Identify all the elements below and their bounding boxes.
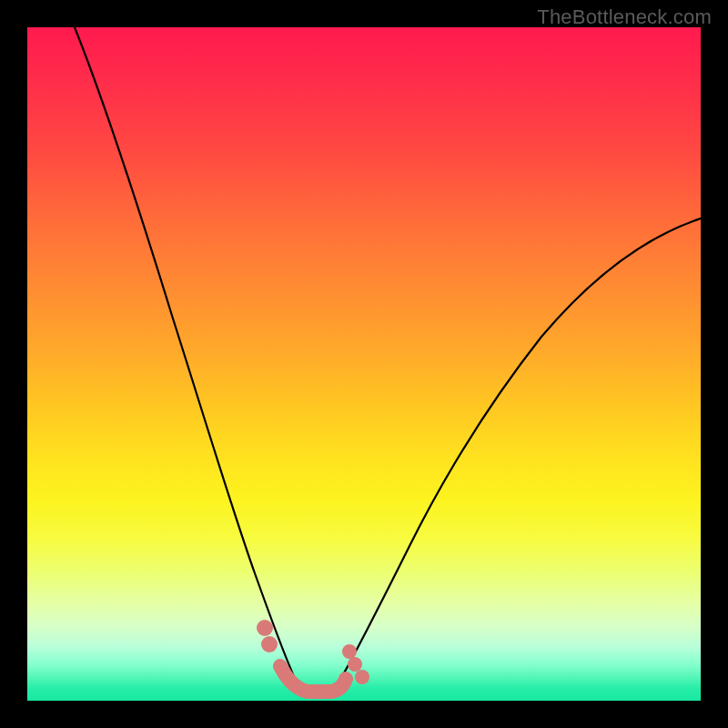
- curves-layer: [27, 27, 701, 701]
- valley-highlight: [280, 666, 346, 692]
- highlight-dot: [257, 620, 273, 636]
- left-curve: [75, 27, 297, 682]
- watermark-label: TheBottleneck.com: [537, 5, 712, 29]
- highlight-dot: [261, 636, 278, 652]
- highlight-dot: [348, 657, 362, 672]
- highlight-dot: [342, 644, 357, 659]
- plot-area: [27, 27, 701, 701]
- chart-container: TheBottleneck.com: [0, 0, 728, 728]
- highlight-dot: [355, 670, 369, 684]
- right-curve: [339, 218, 701, 682]
